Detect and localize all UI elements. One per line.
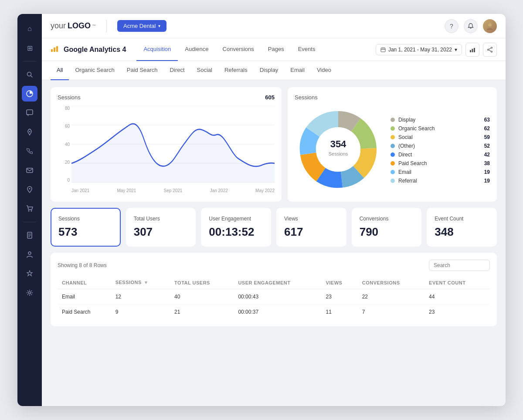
- sidebar-icon-document[interactable]: [22, 227, 37, 243]
- sidebar-icon-mail[interactable]: [22, 163, 37, 178]
- line-chart-area: 80 60 40 20 0: [58, 106, 275, 193]
- help-button[interactable]: ?: [445, 19, 458, 33]
- table-search-input[interactable]: [429, 260, 490, 271]
- donut-svg: 354 Sessions: [295, 106, 382, 193]
- secondnav: Google Analytics 4 Acquisition Audience …: [42, 38, 506, 61]
- sidebar-icon-pin[interactable]: [22, 124, 37, 140]
- cell-events-paid: 23: [425, 305, 490, 320]
- notification-button[interactable]: [464, 19, 478, 33]
- x-label-sep21: Sep 2021: [164, 188, 183, 193]
- svg-point-15: [488, 23, 492, 27]
- chart-x-labels: Jan 2021 May 2021 Sep 2021 Jan 2022 May …: [71, 188, 275, 193]
- svg-rect-23: [470, 50, 471, 52]
- sidebar-icon-grid[interactable]: ⊞: [22, 40, 37, 56]
- chart-type-button[interactable]: [465, 43, 479, 57]
- filter-tabs: All Organic Search Paid Search Direct So…: [42, 61, 506, 80]
- account-button[interactable]: Acme Dental ▾: [117, 20, 166, 32]
- svg-text:354: 354: [330, 139, 346, 149]
- donut-svg-wrap: 354 Sessions: [295, 106, 382, 195]
- svg-point-26: [491, 47, 492, 48]
- cell-conversions-email: 22: [358, 289, 425, 305]
- svg-point-13: [28, 252, 31, 254]
- sidebar-icon-location[interactable]: [22, 182, 37, 197]
- sidebar-icon-settings[interactable]: [22, 285, 37, 301]
- filter-direct[interactable]: Direct: [164, 61, 191, 80]
- donut-chart-card: Sessions: [288, 87, 497, 202]
- metric-card-event-count[interactable]: Event Count 348: [427, 208, 497, 247]
- col-conversions: CONVERSIONS: [358, 276, 425, 289]
- svg-point-36: [316, 127, 360, 172]
- metric-label-event-count: Event Count: [435, 216, 489, 222]
- cell-events-email: 44: [425, 289, 490, 305]
- logo-text: LOGO: [68, 21, 91, 30]
- sidebar-icon-chat[interactable]: [22, 105, 37, 121]
- svg-point-8: [31, 210, 32, 212]
- metric-card-user-engagement[interactable]: User Engagement 00:13:52: [201, 208, 271, 247]
- sidebar-icon-home[interactable]: ⌂: [22, 21, 37, 37]
- legend-dot-referral: [391, 179, 395, 183]
- x-label-may22: May 2022: [255, 188, 275, 193]
- filter-paid-search[interactable]: Paid Search: [121, 61, 164, 80]
- col-sessions[interactable]: SESSIONS ▾: [111, 276, 170, 289]
- legend-dot-display: [391, 118, 395, 122]
- metric-label-conversions: Conversions: [360, 216, 414, 222]
- metric-card-sessions[interactable]: Sessions 573: [51, 208, 121, 247]
- tab-events[interactable]: Events: [291, 38, 323, 61]
- date-range-button[interactable]: Jan 1, 2021 - May 31, 2022 ▾: [376, 44, 462, 55]
- metric-value-event-count: 348: [435, 225, 489, 239]
- tab-pages[interactable]: Pages: [261, 38, 291, 61]
- cell-channel-paid: Paid Search: [58, 305, 111, 320]
- tab-conversions[interactable]: Conversions: [216, 38, 261, 61]
- sidebar-divider-2: [23, 222, 36, 222]
- sidebar-icon-cart[interactable]: [22, 201, 37, 217]
- avatar[interactable]: [483, 19, 497, 33]
- nav-tabs: Acquisition Audience Conversions Pages E…: [136, 38, 322, 61]
- legend-label-paid-search: Paid Search: [398, 160, 481, 166]
- svg-rect-24: [472, 49, 473, 52]
- filter-referrals[interactable]: Referrals: [218, 61, 254, 80]
- filter-all[interactable]: All: [51, 61, 69, 80]
- svg-point-6: [29, 188, 31, 190]
- content-area: Sessions 605 80 60 40 20 0: [42, 80, 506, 406]
- cell-sessions-paid: 9: [111, 305, 170, 320]
- y-label-80: 80: [58, 106, 70, 111]
- filter-display[interactable]: Display: [254, 61, 285, 80]
- legend-label-referral: Referral: [398, 178, 481, 184]
- col-event-count: EVENT COUNT: [425, 276, 490, 289]
- logo-your: your: [51, 21, 66, 30]
- filter-video[interactable]: Video: [311, 61, 337, 80]
- sidebar-icon-analytics[interactable]: [22, 86, 37, 102]
- sidebar-icon-plugin[interactable]: [22, 266, 37, 281]
- col-views: VIEWS: [321, 276, 357, 289]
- tab-acquisition[interactable]: Acquisition: [136, 38, 178, 61]
- legend-item-other: (Other) 52: [391, 143, 490, 149]
- cell-views-paid: 11: [321, 305, 357, 320]
- legend-dot-email: [391, 170, 395, 174]
- secondnav-right: Jan 1, 2021 - May 31, 2022 ▾: [376, 43, 497, 57]
- tab-audience[interactable]: Audience: [178, 38, 215, 61]
- share-icon: [487, 47, 493, 53]
- sidebar-divider: [23, 61, 36, 61]
- topnav: your LOGO ™ Acme Dental ▾ ?: [42, 14, 506, 38]
- metric-label-views: Views: [284, 216, 339, 222]
- metric-card-views[interactable]: Views 617: [276, 208, 346, 247]
- svg-line-29: [489, 48, 491, 49]
- sidebar-icon-phone[interactable]: [22, 143, 37, 159]
- metric-card-total-users[interactable]: Total Users 307: [126, 208, 196, 247]
- line-chart-svg-wrap: [71, 106, 275, 183]
- metric-label-sessions: Sessions: [58, 216, 113, 222]
- sidebar-icon-user[interactable]: [22, 247, 37, 262]
- sidebar-icon-search[interactable]: [22, 67, 37, 82]
- filter-email[interactable]: Email: [284, 61, 311, 80]
- share-button[interactable]: [483, 43, 497, 57]
- cell-views-email: 23: [321, 289, 357, 305]
- table-header: Showing 8 of 8 Rows: [58, 260, 490, 271]
- table-info: Showing 8 of 8 Rows: [58, 262, 107, 268]
- metrics-row: Sessions 573 Total Users 307 User Engage…: [51, 208, 497, 247]
- page-title: Google Analytics 4: [64, 46, 126, 54]
- filter-social[interactable]: Social: [191, 61, 218, 80]
- filter-organic-search[interactable]: Organic Search: [69, 61, 120, 80]
- metric-card-conversions[interactable]: Conversions 790: [352, 208, 422, 247]
- svg-text:Sessions: Sessions: [329, 151, 348, 156]
- page-title-area: Google Analytics 4: [51, 44, 126, 55]
